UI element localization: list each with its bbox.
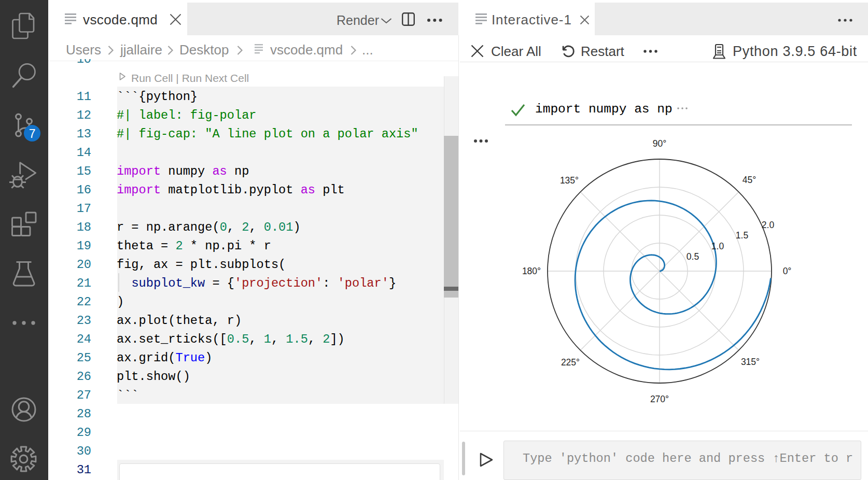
- svg-text:315°: 315°: [741, 357, 760, 367]
- svg-text:270°: 270°: [650, 394, 669, 404]
- svg-text:2.0: 2.0: [762, 220, 775, 230]
- svg-text:180°: 180°: [522, 266, 541, 276]
- svg-text:1.0: 1.0: [711, 241, 724, 251]
- svg-text:90°: 90°: [653, 138, 666, 149]
- svg-text:0°: 0°: [783, 266, 792, 276]
- svg-text:45°: 45°: [743, 175, 756, 185]
- svg-text:0.5: 0.5: [687, 251, 699, 262]
- svg-text:225°: 225°: [561, 357, 580, 368]
- svg-text:135°: 135°: [560, 175, 579, 186]
- svg-text:1.5: 1.5: [736, 230, 748, 241]
- svg-text:7: 7: [29, 127, 36, 140]
